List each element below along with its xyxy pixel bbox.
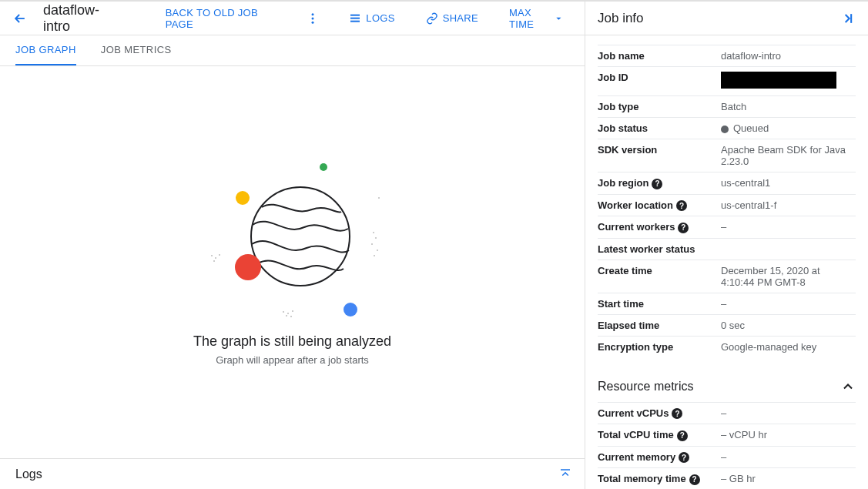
svg-point-20 bbox=[374, 255, 375, 256]
header-bar: dataflow-intro BACK TO OLD JOB PAGE LOGS… bbox=[0, 2, 585, 35]
back-arrow-icon[interactable] bbox=[6, 5, 34, 32]
val-worker-loc: us-central1-f bbox=[721, 194, 856, 216]
max-time-dropdown[interactable]: MAX TIME bbox=[500, 1, 578, 36]
svg-point-13 bbox=[219, 254, 220, 256]
key-region: Job region? bbox=[598, 172, 721, 195]
val-cur-workers: – bbox=[721, 216, 856, 239]
svg-rect-5 bbox=[350, 20, 360, 22]
key-tvcpu: Total vCPU time? bbox=[598, 424, 721, 447]
side-panel: Job info Job name dataflow-intro Job ID … bbox=[585, 2, 868, 489]
svg-point-7 bbox=[236, 191, 250, 205]
svg-point-18 bbox=[371, 243, 373, 245]
back-to-old-link[interactable]: BACK TO OLD JOB PAGE bbox=[156, 1, 279, 36]
table-row: Latest worker status bbox=[598, 238, 856, 260]
key-vcpu: Current vCPUs? bbox=[598, 402, 721, 424]
key-start: Start time bbox=[598, 293, 721, 314]
svg-point-21 bbox=[283, 311, 284, 313]
val-job-status: Queued bbox=[721, 118, 856, 139]
table-row: SDK version Apache Beam SDK for Java 2.2… bbox=[598, 139, 856, 172]
share-button-label: SHARE bbox=[443, 12, 478, 24]
svg-point-12 bbox=[215, 257, 216, 259]
svg-point-14 bbox=[213, 260, 215, 262]
logs-icon bbox=[349, 12, 361, 25]
svg-point-6 bbox=[251, 187, 350, 286]
more-options-icon[interactable] bbox=[300, 5, 326, 32]
svg-point-22 bbox=[287, 313, 289, 314]
key-sdk: SDK version bbox=[598, 139, 721, 172]
table-row: Total memory time? – GB hr bbox=[598, 468, 856, 490]
val-region: us-central1 bbox=[721, 172, 856, 195]
table-row: Encryption type Google-managed key bbox=[598, 336, 856, 357]
chevron-up-icon bbox=[840, 379, 856, 394]
share-button[interactable]: SHARE bbox=[417, 6, 488, 31]
resource-metrics-table: Current vCPUs? – Total vCPU time? – vCPU… bbox=[598, 402, 856, 490]
table-row: Job ID bbox=[598, 67, 856, 96]
main-column: dataflow-intro BACK TO OLD JOB PAGE LOGS… bbox=[0, 2, 585, 489]
side-panel-header: Job info bbox=[585, 2, 868, 35]
svg-point-11 bbox=[211, 255, 213, 256]
table-row: Start time – bbox=[598, 293, 856, 314]
val-sdk: Apache Beam SDK for Java 2.23.0 bbox=[721, 139, 856, 172]
help-icon[interactable]: ? bbox=[677, 430, 688, 441]
graph-placeholder-area: The graph is still being analyzed Graph … bbox=[0, 66, 585, 458]
help-icon[interactable]: ? bbox=[676, 200, 687, 211]
table-row: Create time December 15, 2020 at 4:10:44… bbox=[598, 260, 856, 293]
side-panel-title: Job info bbox=[598, 11, 644, 26]
svg-rect-3 bbox=[350, 14, 360, 15]
status-dot-icon bbox=[721, 126, 729, 133]
key-tmem: Total memory time? bbox=[598, 468, 721, 490]
resource-metrics-header[interactable]: Resource metrics bbox=[598, 379, 856, 394]
table-row: Current memory? – bbox=[598, 446, 856, 468]
key-job-type: Job type bbox=[598, 96, 721, 118]
logs-footer-bar[interactable]: Logs bbox=[0, 458, 585, 489]
key-create: Create time bbox=[598, 260, 721, 293]
placeholder-illustration bbox=[200, 136, 385, 321]
chevron-down-icon bbox=[553, 12, 565, 25]
val-vcpu: – bbox=[721, 402, 856, 424]
svg-point-9 bbox=[235, 254, 261, 280]
val-create: December 15, 2020 at 4:10:44 PM GMT-8 bbox=[721, 260, 856, 293]
table-row: Current workers? – bbox=[598, 216, 856, 239]
table-row: Total vCPU time? – vCPU hr bbox=[598, 424, 856, 447]
logs-button-label: LOGS bbox=[366, 12, 394, 24]
help-icon[interactable]: ? bbox=[678, 223, 689, 233]
logs-button[interactable]: LOGS bbox=[340, 6, 404, 31]
val-start: – bbox=[721, 293, 856, 314]
val-elapsed: 0 sec bbox=[721, 314, 856, 336]
key-elapsed: Elapsed time bbox=[598, 314, 721, 336]
page-title: dataflow-intro bbox=[43, 2, 113, 35]
key-job-status: Job status bbox=[598, 118, 721, 139]
table-row: Job type Batch bbox=[598, 96, 856, 118]
val-job-name: dataflow-intro bbox=[721, 45, 856, 67]
resource-metrics-title: Resource metrics bbox=[598, 380, 693, 394]
expand-up-icon[interactable] bbox=[558, 467, 572, 481]
tab-bar: JOB GRAPH JOB METRICS bbox=[0, 35, 585, 66]
key-cur-workers: Current workers? bbox=[598, 216, 721, 239]
svg-point-10 bbox=[344, 303, 357, 317]
max-time-label: MAX TIME bbox=[509, 7, 550, 30]
tab-job-graph[interactable]: JOB GRAPH bbox=[15, 35, 76, 65]
svg-point-24 bbox=[286, 315, 287, 317]
placeholder-title: The graph is still being analyzed bbox=[193, 333, 391, 350]
table-row: Worker location? us-central1-f bbox=[598, 194, 856, 216]
key-enc: Encryption type bbox=[598, 336, 721, 357]
svg-point-0 bbox=[312, 13, 314, 15]
key-cmem: Current memory? bbox=[598, 446, 721, 468]
key-worker-loc: Worker location? bbox=[598, 194, 721, 216]
table-row: Job region? us-central1 bbox=[598, 172, 856, 195]
table-row: Job name dataflow-intro bbox=[598, 45, 856, 67]
help-icon[interactable]: ? bbox=[689, 474, 700, 485]
collapse-panel-icon[interactable] bbox=[840, 11, 856, 26]
table-row: Job status Queued bbox=[598, 118, 856, 139]
val-tmem: – GB hr bbox=[721, 468, 856, 490]
svg-point-17 bbox=[375, 237, 377, 239]
key-job-name: Job name bbox=[598, 45, 721, 67]
svg-point-16 bbox=[373, 232, 374, 233]
status-text: Queued bbox=[733, 122, 769, 134]
help-icon[interactable]: ? bbox=[672, 408, 682, 419]
key-job-id: Job ID bbox=[598, 67, 721, 96]
help-icon[interactable]: ? bbox=[652, 179, 662, 189]
help-icon[interactable]: ? bbox=[679, 452, 689, 463]
placeholder-subtitle: Graph will appear after a job starts bbox=[216, 354, 369, 366]
tab-job-metrics[interactable]: JOB METRICS bbox=[101, 35, 172, 65]
